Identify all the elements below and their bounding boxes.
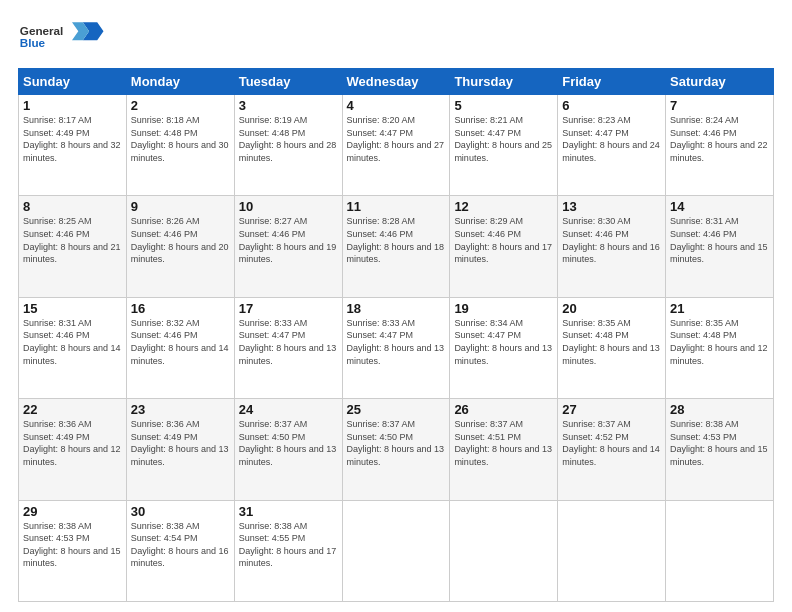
calendar-cell: 17 Sunrise: 8:33 AMSunset: 4:47 PMDaylig… — [234, 297, 342, 398]
calendar-cell: 25 Sunrise: 8:37 AMSunset: 4:50 PMDaylig… — [342, 399, 450, 500]
day-number: 10 — [239, 199, 338, 214]
weekday-header-wednesday: Wednesday — [342, 69, 450, 95]
day-number: 1 — [23, 98, 122, 113]
calendar-cell: 30 Sunrise: 8:38 AMSunset: 4:54 PMDaylig… — [126, 500, 234, 601]
day-number: 15 — [23, 301, 122, 316]
calendar-cell: 5 Sunrise: 8:21 AMSunset: 4:47 PMDayligh… — [450, 95, 558, 196]
calendar-cell: 9 Sunrise: 8:26 AMSunset: 4:46 PMDayligh… — [126, 196, 234, 297]
calendar-cell: 16 Sunrise: 8:32 AMSunset: 4:46 PMDaylig… — [126, 297, 234, 398]
calendar-cell: 29 Sunrise: 8:38 AMSunset: 4:53 PMDaylig… — [19, 500, 127, 601]
calendar-cell: 4 Sunrise: 8:20 AMSunset: 4:47 PMDayligh… — [342, 95, 450, 196]
day-info: Sunrise: 8:31 AMSunset: 4:46 PMDaylight:… — [670, 216, 768, 264]
calendar-cell: 12 Sunrise: 8:29 AMSunset: 4:46 PMDaylig… — [450, 196, 558, 297]
day-number: 13 — [562, 199, 661, 214]
day-info: Sunrise: 8:20 AMSunset: 4:47 PMDaylight:… — [347, 115, 445, 163]
day-number: 24 — [239, 402, 338, 417]
calendar-cell: 21 Sunrise: 8:35 AMSunset: 4:48 PMDaylig… — [666, 297, 774, 398]
weekday-header-thursday: Thursday — [450, 69, 558, 95]
calendar-cell — [558, 500, 666, 601]
calendar-week-5: 29 Sunrise: 8:38 AMSunset: 4:53 PMDaylig… — [19, 500, 774, 601]
day-info: Sunrise: 8:35 AMSunset: 4:48 PMDaylight:… — [670, 318, 768, 366]
calendar-week-3: 15 Sunrise: 8:31 AMSunset: 4:46 PMDaylig… — [19, 297, 774, 398]
day-info: Sunrise: 8:17 AMSunset: 4:49 PMDaylight:… — [23, 115, 121, 163]
calendar-cell — [450, 500, 558, 601]
calendar-week-2: 8 Sunrise: 8:25 AMSunset: 4:46 PMDayligh… — [19, 196, 774, 297]
calendar-cell — [666, 500, 774, 601]
calendar-cell: 27 Sunrise: 8:37 AMSunset: 4:52 PMDaylig… — [558, 399, 666, 500]
day-number: 28 — [670, 402, 769, 417]
day-info: Sunrise: 8:37 AMSunset: 4:50 PMDaylight:… — [347, 419, 445, 467]
svg-text:Blue: Blue — [20, 36, 46, 49]
calendar-cell: 3 Sunrise: 8:19 AMSunset: 4:48 PMDayligh… — [234, 95, 342, 196]
header: General Blue — [18, 15, 774, 60]
day-number: 30 — [131, 504, 230, 519]
day-number: 29 — [23, 504, 122, 519]
day-info: Sunrise: 8:30 AMSunset: 4:46 PMDaylight:… — [562, 216, 660, 264]
day-info: Sunrise: 8:25 AMSunset: 4:46 PMDaylight:… — [23, 216, 121, 264]
day-info: Sunrise: 8:38 AMSunset: 4:53 PMDaylight:… — [23, 521, 121, 569]
day-info: Sunrise: 8:23 AMSunset: 4:47 PMDaylight:… — [562, 115, 660, 163]
weekday-header-saturday: Saturday — [666, 69, 774, 95]
day-number: 22 — [23, 402, 122, 417]
day-info: Sunrise: 8:35 AMSunset: 4:48 PMDaylight:… — [562, 318, 660, 366]
day-info: Sunrise: 8:29 AMSunset: 4:46 PMDaylight:… — [454, 216, 552, 264]
weekday-header-row: SundayMondayTuesdayWednesdayThursdayFrid… — [19, 69, 774, 95]
day-info: Sunrise: 8:27 AMSunset: 4:46 PMDaylight:… — [239, 216, 337, 264]
day-info: Sunrise: 8:34 AMSunset: 4:47 PMDaylight:… — [454, 318, 552, 366]
day-info: Sunrise: 8:38 AMSunset: 4:54 PMDaylight:… — [131, 521, 229, 569]
weekday-header-friday: Friday — [558, 69, 666, 95]
calendar-cell: 31 Sunrise: 8:38 AMSunset: 4:55 PMDaylig… — [234, 500, 342, 601]
day-number: 8 — [23, 199, 122, 214]
logo: General Blue — [18, 15, 108, 60]
day-info: Sunrise: 8:21 AMSunset: 4:47 PMDaylight:… — [454, 115, 552, 163]
calendar-cell: 11 Sunrise: 8:28 AMSunset: 4:46 PMDaylig… — [342, 196, 450, 297]
day-info: Sunrise: 8:36 AMSunset: 4:49 PMDaylight:… — [23, 419, 121, 467]
day-info: Sunrise: 8:33 AMSunset: 4:47 PMDaylight:… — [239, 318, 337, 366]
calendar-cell: 23 Sunrise: 8:36 AMSunset: 4:49 PMDaylig… — [126, 399, 234, 500]
day-info: Sunrise: 8:37 AMSunset: 4:50 PMDaylight:… — [239, 419, 337, 467]
calendar-cell: 6 Sunrise: 8:23 AMSunset: 4:47 PMDayligh… — [558, 95, 666, 196]
day-number: 5 — [454, 98, 553, 113]
page: General Blue SundayMondayTuesdayWednesda… — [0, 0, 792, 612]
calendar-week-1: 1 Sunrise: 8:17 AMSunset: 4:49 PMDayligh… — [19, 95, 774, 196]
svg-text:General: General — [20, 24, 64, 37]
day-info: Sunrise: 8:19 AMSunset: 4:48 PMDaylight:… — [239, 115, 337, 163]
day-info: Sunrise: 8:37 AMSunset: 4:52 PMDaylight:… — [562, 419, 660, 467]
day-info: Sunrise: 8:36 AMSunset: 4:49 PMDaylight:… — [131, 419, 229, 467]
day-number: 12 — [454, 199, 553, 214]
calendar-cell: 10 Sunrise: 8:27 AMSunset: 4:46 PMDaylig… — [234, 196, 342, 297]
day-number: 17 — [239, 301, 338, 316]
day-number: 26 — [454, 402, 553, 417]
day-number: 6 — [562, 98, 661, 113]
calendar-week-4: 22 Sunrise: 8:36 AMSunset: 4:49 PMDaylig… — [19, 399, 774, 500]
calendar-cell: 24 Sunrise: 8:37 AMSunset: 4:50 PMDaylig… — [234, 399, 342, 500]
day-info: Sunrise: 8:18 AMSunset: 4:48 PMDaylight:… — [131, 115, 229, 163]
logo-svg: General Blue — [18, 15, 108, 60]
calendar-cell — [342, 500, 450, 601]
day-number: 16 — [131, 301, 230, 316]
day-number: 18 — [347, 301, 446, 316]
day-number: 25 — [347, 402, 446, 417]
day-number: 14 — [670, 199, 769, 214]
calendar-cell: 1 Sunrise: 8:17 AMSunset: 4:49 PMDayligh… — [19, 95, 127, 196]
calendar-cell: 26 Sunrise: 8:37 AMSunset: 4:51 PMDaylig… — [450, 399, 558, 500]
calendar-cell: 13 Sunrise: 8:30 AMSunset: 4:46 PMDaylig… — [558, 196, 666, 297]
weekday-header-monday: Monday — [126, 69, 234, 95]
calendar-cell: 20 Sunrise: 8:35 AMSunset: 4:48 PMDaylig… — [558, 297, 666, 398]
calendar-cell: 18 Sunrise: 8:33 AMSunset: 4:47 PMDaylig… — [342, 297, 450, 398]
day-number: 7 — [670, 98, 769, 113]
day-info: Sunrise: 8:26 AMSunset: 4:46 PMDaylight:… — [131, 216, 229, 264]
day-number: 20 — [562, 301, 661, 316]
day-number: 2 — [131, 98, 230, 113]
day-number: 9 — [131, 199, 230, 214]
calendar-cell: 14 Sunrise: 8:31 AMSunset: 4:46 PMDaylig… — [666, 196, 774, 297]
day-info: Sunrise: 8:38 AMSunset: 4:53 PMDaylight:… — [670, 419, 768, 467]
day-info: Sunrise: 8:38 AMSunset: 4:55 PMDaylight:… — [239, 521, 337, 569]
day-number: 31 — [239, 504, 338, 519]
calendar-cell: 7 Sunrise: 8:24 AMSunset: 4:46 PMDayligh… — [666, 95, 774, 196]
day-number: 11 — [347, 199, 446, 214]
calendar-cell: 28 Sunrise: 8:38 AMSunset: 4:53 PMDaylig… — [666, 399, 774, 500]
day-number: 4 — [347, 98, 446, 113]
day-number: 23 — [131, 402, 230, 417]
day-info: Sunrise: 8:31 AMSunset: 4:46 PMDaylight:… — [23, 318, 121, 366]
